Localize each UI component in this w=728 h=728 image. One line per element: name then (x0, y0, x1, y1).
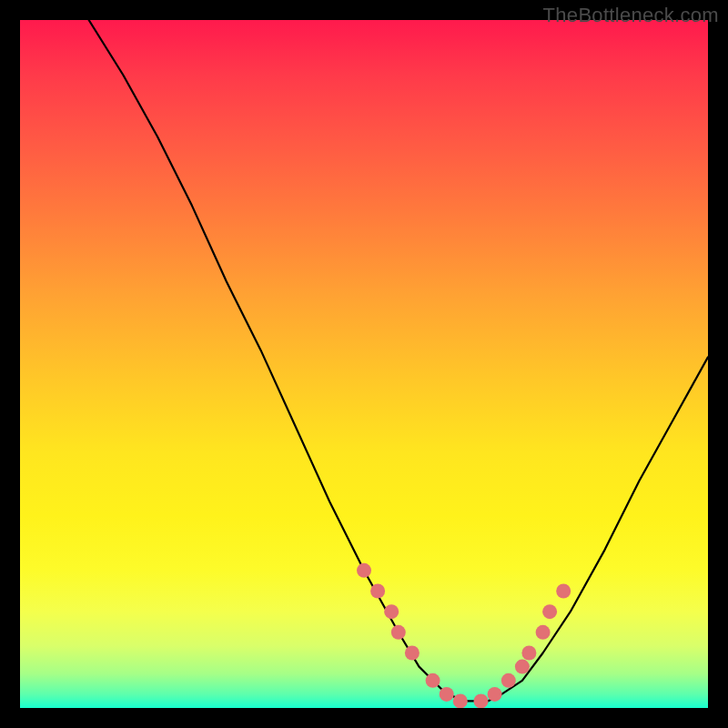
curve-marker (440, 687, 454, 702)
curve-marker (426, 673, 440, 688)
curve-marker (536, 625, 551, 640)
curve-marker (357, 563, 371, 578)
curve-marker (384, 604, 399, 619)
plot-area (20, 20, 708, 708)
curve-marker (501, 673, 516, 688)
chart-frame: TheBottleneck.com (0, 0, 728, 728)
watermark-text: TheBottleneck.com (543, 4, 719, 27)
bottleneck-curve (89, 20, 708, 701)
curve-marker (542, 604, 557, 619)
curve-marker (405, 646, 420, 661)
curve-marker (515, 660, 530, 674)
curve-markers (357, 563, 571, 708)
curve-marker (370, 584, 385, 599)
curve-marker (521, 646, 536, 661)
curve-layer (20, 20, 708, 708)
curve-marker (488, 687, 502, 702)
curve-marker (556, 584, 571, 599)
curve-marker (474, 693, 489, 708)
curve-marker (453, 693, 468, 708)
curve-marker (391, 625, 406, 640)
